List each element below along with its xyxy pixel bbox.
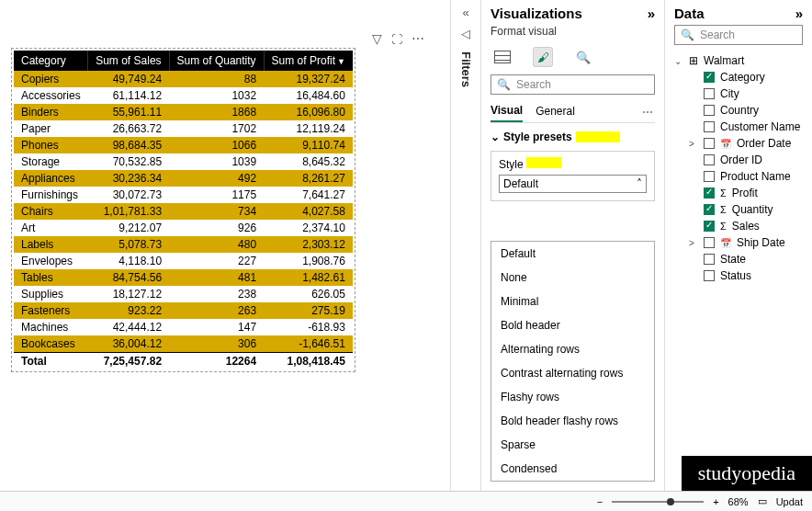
data-pane: Data » 🔍 Search ⌄ ⊞ Walmart CategoryCity… xyxy=(665,0,812,511)
format-visual-tab-icon[interactable]: 🖌 xyxy=(533,47,553,67)
more-options-icon[interactable] xyxy=(412,31,424,46)
field-row[interactable]: Product Name xyxy=(674,168,803,185)
visualizations-pane: Visualizations » Format visual 🖌 🔍 🔍 Sea… xyxy=(481,0,665,511)
field-name: State xyxy=(720,253,746,266)
format-visual-subtitle: Format visual xyxy=(491,25,655,38)
table-row[interactable]: Appliances30,236.344928,261.27 xyxy=(14,170,353,187)
field-row[interactable]: >📅Order Date xyxy=(674,135,803,152)
collapse-data-icon[interactable]: » xyxy=(795,6,803,21)
table-row[interactable]: Supplies18,127.12238626.05 xyxy=(14,286,353,302)
table-row[interactable]: Fasteners923.22263275.19 xyxy=(14,302,353,319)
tab-more-icon[interactable]: ⋯ xyxy=(642,106,655,119)
field-checkbox[interactable] xyxy=(704,254,715,265)
collapse-viz-icon[interactable]: » xyxy=(648,6,655,21)
zoom-in-button[interactable]: + xyxy=(713,496,718,507)
field-row[interactable]: State xyxy=(674,251,803,267)
style-presets-section[interactable]: ⌄ Style presets xyxy=(491,131,655,143)
field-name: Ship Date xyxy=(737,236,785,249)
table-row[interactable]: Paper26,663.72170212,119.24 xyxy=(14,120,353,137)
field-row[interactable]: Customer Name xyxy=(674,119,803,135)
table-walmart[interactable]: ⌄ ⊞ Walmart xyxy=(674,52,803,69)
field-row[interactable]: Category xyxy=(674,69,803,85)
field-checkbox[interactable] xyxy=(704,204,715,215)
fit-to-page-icon[interactable]: ▭ xyxy=(758,495,767,507)
column-header[interactable]: Sum of Sales xyxy=(88,51,169,71)
style-option[interactable]: Alternating rows xyxy=(491,337,654,361)
date-icon: 📅 xyxy=(720,238,731,248)
field-checkbox[interactable] xyxy=(704,154,715,165)
column-header[interactable]: Category xyxy=(14,51,88,71)
bookmark-icon[interactable]: ◁ xyxy=(461,27,470,40)
report-table-visual[interactable]: CategorySum of SalesSum of QuantitySum o… xyxy=(11,48,355,372)
field-row[interactable]: City xyxy=(674,85,803,102)
style-option[interactable]: Bold header xyxy=(491,313,654,337)
table-row[interactable]: Furnishings30,072.7311757,641.27 xyxy=(14,187,353,203)
style-dropdown-list: DefaultNoneMinimalBold headerAlternating… xyxy=(491,241,655,482)
zoom-level: 68% xyxy=(728,496,749,507)
column-header[interactable]: Sum of Quantity xyxy=(169,51,264,71)
style-option[interactable]: Minimal xyxy=(491,290,654,313)
table-row[interactable]: Machines42,444.12147-618.93 xyxy=(14,319,353,335)
field-name: Customer Name xyxy=(720,120,800,133)
table-row[interactable]: Chairs1,01,781.337344,027.58 xyxy=(14,203,353,220)
style-option[interactable]: Default xyxy=(491,242,654,266)
format-search-input[interactable]: 🔍 Search xyxy=(491,74,655,95)
visualizations-title: Visualizations xyxy=(491,6,582,21)
table-row[interactable]: Tables84,754.564811,482.61 xyxy=(14,269,353,286)
table-row[interactable]: Accessories61,114.12103216,484.60 xyxy=(14,87,353,104)
style-option[interactable]: Contrast alternating rows xyxy=(491,361,654,385)
field-checkbox[interactable] xyxy=(704,121,715,132)
highlight-marker xyxy=(576,131,620,142)
analytics-tab-icon[interactable]: 🔍 xyxy=(573,47,593,67)
field-checkbox[interactable] xyxy=(704,105,715,116)
field-checkbox[interactable] xyxy=(704,72,715,83)
build-visual-tab-icon[interactable] xyxy=(492,47,513,67)
field-name: City xyxy=(720,87,739,100)
field-checkbox[interactable] xyxy=(704,221,715,232)
style-option[interactable]: None xyxy=(491,266,654,290)
filters-pane-collapsed[interactable]: « ◁ Filters xyxy=(450,0,481,511)
table-row[interactable]: Storage70,532.8510398,645.32 xyxy=(14,153,353,170)
table-row[interactable]: Bookcases36,004.12306-1,646.51 xyxy=(14,335,353,353)
expand-filters-icon[interactable]: « xyxy=(462,6,468,19)
table-row[interactable]: Copiers49,749.248819,327.24 xyxy=(14,71,353,87)
focus-mode-icon[interactable] xyxy=(391,31,402,46)
style-option[interactable]: Sparse xyxy=(491,433,654,457)
field-name: Category xyxy=(720,71,765,84)
field-checkbox[interactable] xyxy=(704,138,715,149)
sigma-icon: Σ xyxy=(720,187,727,199)
date-icon: 📅 xyxy=(720,139,731,149)
filter-icon[interactable] xyxy=(372,31,382,46)
field-row[interactable]: Country xyxy=(674,102,803,119)
field-name: Product Name xyxy=(720,170,791,183)
style-option[interactable]: Flashy rows xyxy=(491,385,654,409)
data-title: Data xyxy=(674,6,705,21)
zoom-out-button[interactable]: − xyxy=(597,496,603,507)
field-row[interactable]: Status xyxy=(674,267,803,284)
field-checkbox[interactable] xyxy=(704,171,715,182)
table-row[interactable]: Art9,212.079262,374.10 xyxy=(14,220,353,236)
field-checkbox[interactable] xyxy=(704,237,715,248)
field-row[interactable]: Order ID xyxy=(674,152,803,168)
table-row[interactable]: Envelopes4,118.102271,908.76 xyxy=(14,253,353,269)
field-checkbox[interactable] xyxy=(704,270,715,281)
tab-general[interactable]: General xyxy=(536,103,575,121)
style-select[interactable]: Default ˄ xyxy=(499,175,647,193)
field-name: Order Date xyxy=(737,137,791,150)
table-row[interactable]: Labels5,078.734802,303.12 xyxy=(14,236,353,253)
data-search-input[interactable]: 🔍 Search xyxy=(674,25,803,45)
field-name: Profit xyxy=(732,187,758,199)
style-option[interactable]: Bold header flashy rows xyxy=(491,409,654,433)
tab-visual[interactable]: Visual xyxy=(491,102,523,122)
column-header[interactable]: Sum of Profit▼ xyxy=(264,51,353,71)
field-checkbox[interactable] xyxy=(704,187,715,199)
field-row[interactable]: ΣProfit xyxy=(674,185,803,201)
style-option[interactable]: Condensed xyxy=(491,457,654,481)
zoom-slider[interactable] xyxy=(612,501,704,503)
field-row[interactable]: >📅Ship Date xyxy=(674,234,803,251)
field-row[interactable]: ΣQuantity xyxy=(674,201,803,218)
table-row[interactable]: Binders55,961.11186816,096.80 xyxy=(14,104,353,120)
field-row[interactable]: ΣSales xyxy=(674,218,803,234)
field-checkbox[interactable] xyxy=(704,88,715,99)
table-row[interactable]: Phones98,684.3510669,110.74 xyxy=(14,137,353,153)
